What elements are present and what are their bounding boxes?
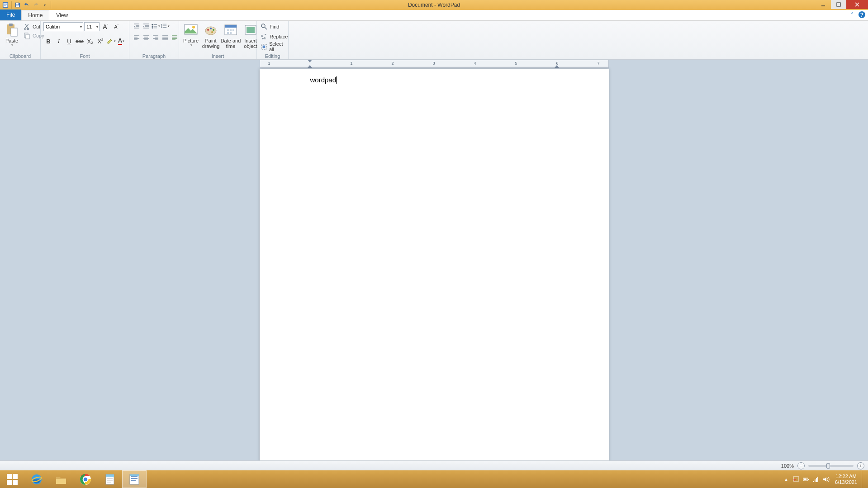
align-right-button[interactable]	[151, 33, 160, 43]
chrome-icon[interactable]	[73, 470, 98, 488]
undo-icon[interactable]	[23, 1, 31, 9]
left-indent-marker[interactable]	[308, 65, 312, 68]
insert-group: Picture ▾ Paint drawing Date and time In…	[179, 21, 257, 59]
wordpad-taskbar-icon[interactable]	[122, 470, 147, 488]
network-icon[interactable]	[812, 476, 820, 483]
highlight-button[interactable]: ▾	[106, 36, 116, 46]
font-size-combo[interactable]: 11▾	[84, 22, 100, 31]
quick-access-toolbar: ▾	[0, 1, 52, 9]
horizontal-ruler[interactable]: 1 1 2 3 4 5 6 7	[260, 60, 609, 68]
picture-dropdown-icon: ▾	[190, 43, 192, 47]
grow-font-button[interactable]: Aˆ	[100, 22, 110, 32]
collapse-ribbon-icon[interactable]: ˄	[849, 11, 856, 19]
svg-rect-42	[106, 474, 114, 477]
increase-indent-button[interactable]	[142, 22, 151, 31]
ribbon: Paste ▾ Cut Copy Clipboard Calibri▾ 11▾	[0, 21, 868, 60]
qat-separator	[11, 1, 12, 9]
close-button[interactable]	[846, 0, 868, 9]
window-title: Document - WordPad	[408, 2, 460, 8]
redo-icon[interactable]	[32, 1, 40, 9]
font-color-button[interactable]: A▾	[116, 36, 126, 46]
select-all-button[interactable]: Select all	[260, 43, 289, 51]
find-button[interactable]: Find	[260, 23, 289, 31]
ruler-mark: 7	[598, 61, 600, 66]
zoom-in-button[interactable]: +	[857, 462, 864, 469]
italic-button[interactable]: I	[54, 36, 64, 46]
qat-customize-icon[interactable]: ▾	[41, 1, 49, 9]
svg-point-19	[207, 29, 209, 31]
start-button[interactable]	[0, 470, 24, 488]
paste-icon	[5, 23, 19, 37]
font-group-label: Font	[43, 53, 126, 59]
subscript-button[interactable]: X2	[85, 36, 95, 46]
show-desktop-button[interactable]	[862, 470, 865, 488]
taskbar-clock[interactable]: 12:22 AM 6/13/2021	[835, 474, 857, 485]
select-all-icon	[261, 43, 267, 50]
notepad-icon[interactable]	[98, 470, 122, 488]
selectall-label: Select all	[269, 41, 288, 52]
superscript-button[interactable]: X2	[95, 36, 105, 46]
battery-icon[interactable]	[802, 476, 810, 483]
align-center-button[interactable]	[142, 33, 151, 43]
svg-rect-50	[815, 479, 816, 482]
window-controls	[816, 0, 868, 9]
picture-button[interactable]: Picture ▾	[182, 22, 200, 48]
show-hidden-icons[interactable]: ▲	[783, 476, 790, 483]
font-family-combo[interactable]: Calibri▾	[43, 22, 83, 31]
file-explorer-icon[interactable]	[49, 470, 73, 488]
maximize-button[interactable]	[831, 0, 846, 9]
paint-drawing-button[interactable]: Paint drawing	[202, 22, 220, 50]
line-spacing-button[interactable]: ▾	[161, 22, 170, 31]
paste-button[interactable]: Paste ▾	[3, 22, 21, 48]
replace-label: Replace	[270, 34, 288, 39]
replace-button[interactable]: ab Replace	[260, 33, 289, 41]
svg-point-27	[261, 24, 265, 28]
minimize-button[interactable]	[816, 0, 831, 9]
font-group: Calibri▾ 11▾ Aˆ Aˇ B I U abc X2 X2 ▾ A▾ …	[41, 21, 129, 59]
cut-icon	[24, 23, 31, 30]
document-page[interactable]: wordpad	[260, 69, 609, 476]
view-tab[interactable]: View	[49, 10, 75, 20]
internet-explorer-icon[interactable]	[24, 470, 49, 488]
action-center-icon[interactable]	[792, 476, 800, 483]
decrease-indent-button[interactable]	[132, 22, 141, 31]
svg-point-17	[192, 26, 195, 28]
bold-button[interactable]: B	[43, 36, 53, 46]
align-left-button[interactable]	[132, 33, 141, 43]
clipboard-group-label: Clipboard	[3, 53, 38, 59]
status-bar: 100% − +	[0, 460, 868, 470]
cut-label: Cut	[33, 24, 40, 29]
object-label: Insert object	[244, 38, 257, 49]
paragraph-dialog-button[interactable]	[170, 33, 179, 43]
svg-point-20	[210, 28, 212, 29]
file-tab[interactable]: File	[0, 9, 21, 20]
first-line-indent-marker[interactable]	[308, 60, 312, 62]
wordpad-app-icon[interactable]	[1, 1, 9, 9]
zoom-slider[interactable]	[808, 465, 854, 467]
bullets-button[interactable]: ▾	[151, 22, 160, 31]
zoom-slider-thumb[interactable]	[826, 463, 830, 469]
svg-point-13	[152, 24, 153, 25]
strikethrough-button[interactable]: abc	[75, 36, 85, 46]
volume-icon[interactable]	[822, 476, 830, 483]
insert-group-label: Insert	[182, 53, 254, 59]
svg-point-15	[152, 27, 153, 28]
copy-icon	[24, 32, 31, 39]
svg-rect-24	[225, 25, 237, 28]
svg-rect-7	[9, 24, 13, 26]
svg-rect-3	[16, 5, 19, 7]
svg-rect-47	[808, 479, 809, 480]
zoom-out-button[interactable]: −	[797, 462, 805, 469]
underline-button[interactable]: U	[64, 36, 74, 46]
right-indent-marker[interactable]	[555, 65, 559, 68]
document-text[interactable]: wordpad	[310, 76, 337, 84]
justify-button[interactable]	[161, 33, 170, 43]
shrink-font-button[interactable]: Aˇ	[111, 22, 121, 32]
svg-rect-8	[11, 28, 17, 36]
find-icon	[261, 23, 268, 30]
home-tab[interactable]: Home	[21, 10, 49, 20]
save-icon[interactable]	[14, 1, 22, 9]
svg-text:b: b	[264, 37, 266, 40]
date-time-button[interactable]: Date and time	[222, 22, 240, 50]
help-icon[interactable]: ?	[859, 11, 865, 18]
